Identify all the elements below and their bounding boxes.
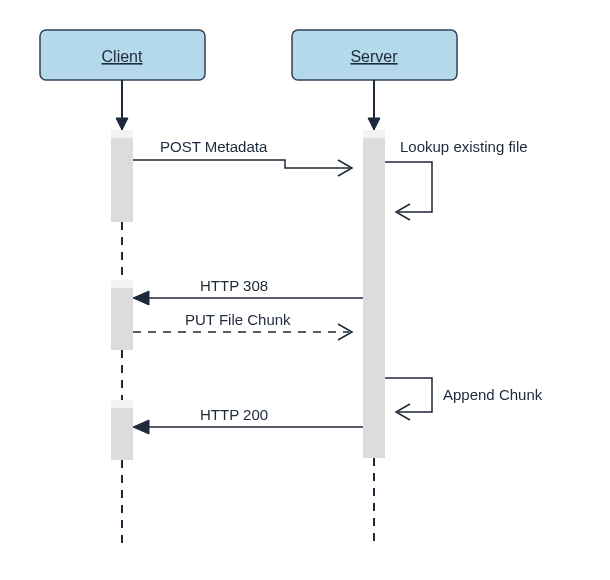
sequence-diagram: Client Server POST Me <box>0 0 610 580</box>
svg-rect-15 <box>363 138 385 458</box>
message-post-metadata: POST Metadata <box>133 138 352 176</box>
svg-rect-11 <box>111 400 133 408</box>
svg-rect-16 <box>363 130 385 138</box>
participant-client: Client <box>40 30 205 80</box>
svg-marker-14 <box>368 118 380 130</box>
svg-rect-10 <box>111 408 133 460</box>
message-append-chunk: Append Chunk <box>385 378 543 420</box>
message-http-308: HTTP 308 <box>133 277 363 305</box>
svg-marker-19 <box>133 291 149 305</box>
message-post-metadata-label: POST Metadata <box>160 138 268 155</box>
message-http-200-label: HTTP 200 <box>200 406 268 423</box>
message-http-200: HTTP 200 <box>133 406 363 434</box>
svg-rect-8 <box>111 280 133 288</box>
message-lookup-existing-file: Lookup existing file <box>385 138 528 220</box>
participant-server-label: Server <box>350 48 398 65</box>
message-put-file-chunk-label: PUT File Chunk <box>185 311 291 328</box>
participant-server: Server <box>292 30 457 80</box>
message-append-chunk-label: Append Chunk <box>443 386 543 403</box>
message-http-308-label: HTTP 308 <box>200 277 268 294</box>
lifeline-server <box>363 80 385 545</box>
message-put-file-chunk: PUT File Chunk <box>133 311 352 340</box>
svg-rect-4 <box>111 138 133 222</box>
svg-rect-7 <box>111 288 133 350</box>
participant-client-label: Client <box>102 48 143 65</box>
svg-rect-5 <box>111 130 133 138</box>
svg-marker-22 <box>133 420 149 434</box>
message-lookup-existing-file-label: Lookup existing file <box>400 138 528 155</box>
svg-marker-3 <box>116 118 128 130</box>
lifeline-client <box>111 80 133 545</box>
